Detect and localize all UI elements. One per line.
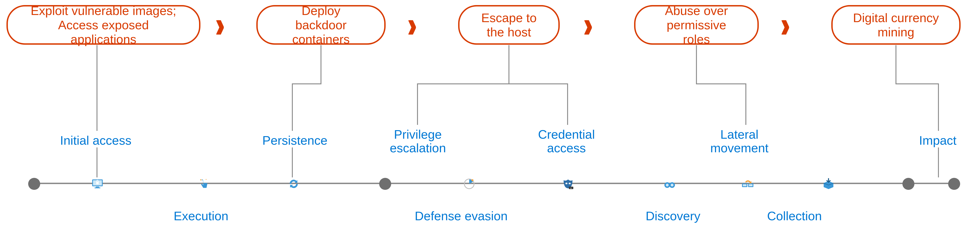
pill-text: Exploit vulnerable images; Access expose… — [24, 3, 183, 46]
svg-rect-2 — [96, 186, 99, 188]
timeline-end-dot2 — [948, 177, 961, 190]
stage-lateral-movement: Lateral movement — [710, 128, 768, 155]
svg-rect-4 — [96, 182, 99, 184]
pill-text: Escape to the host — [476, 11, 542, 39]
stage-privilege-escalation: Privilege escalation — [390, 128, 446, 155]
radar-icon — [463, 177, 476, 190]
chevron-icon: ›› — [215, 6, 219, 43]
svg-point-5 — [200, 179, 201, 180]
stage-persistence: Persistence — [262, 134, 328, 147]
svg-point-8 — [471, 179, 474, 181]
svg-rect-15 — [668, 184, 671, 185]
svg-text:xx: xx — [570, 187, 572, 189]
svg-rect-21 — [749, 184, 752, 186]
pill-deploy-backdoor: Deploy backdoor containers — [256, 5, 386, 45]
svg-point-16 — [666, 184, 668, 186]
chevron-icon: ›› — [583, 6, 587, 43]
binoculars-icon — [663, 177, 676, 190]
monitor-lock-icon — [91, 177, 104, 190]
stage-execution: Execution — [173, 209, 228, 223]
lateral-move-icon — [741, 177, 754, 190]
pill-escape-to-host: Escape to the host — [458, 5, 560, 45]
hand-click-icon — [197, 177, 210, 190]
pill-digital-currency: Digital currency mining — [831, 5, 961, 45]
mask-icon: xx — [562, 177, 574, 190]
pill-text: Abuse over permissive roles — [652, 3, 741, 46]
timeline-end-dot1 — [902, 177, 915, 190]
svg-point-10 — [569, 183, 571, 184]
chevron-icon: ›› — [407, 6, 411, 43]
stage-initial-access: Initial access — [60, 134, 131, 147]
timeline-mid-dot — [379, 177, 391, 190]
svg-point-6 — [206, 179, 207, 180]
timeline-bar — [32, 183, 959, 184]
stage-credential-access: Credential access — [538, 128, 595, 155]
stage-discovery: Discovery — [646, 209, 700, 223]
stage-impact: Impact — [919, 134, 956, 147]
svg-rect-3 — [95, 188, 100, 188]
svg-point-17 — [671, 184, 673, 186]
pill-abuse-permissive: Abuse over permissive roles — [634, 5, 759, 45]
chevron-icon: ›› — [781, 6, 784, 43]
pill-exploit-vulnerable: Exploit vulnerable images; Access expose… — [6, 5, 200, 45]
box-download-icon — [822, 177, 835, 190]
pill-text: Digital currency mining — [849, 11, 943, 39]
svg-rect-20 — [743, 184, 746, 186]
stage-defense-evasion: Defense evasion — [415, 209, 508, 223]
pill-text: Deploy backdoor containers — [274, 3, 368, 46]
timeline-start-dot — [28, 177, 41, 190]
stage-collection: Collection — [767, 209, 822, 223]
sync-icon — [287, 177, 300, 190]
svg-point-9 — [565, 183, 568, 184]
